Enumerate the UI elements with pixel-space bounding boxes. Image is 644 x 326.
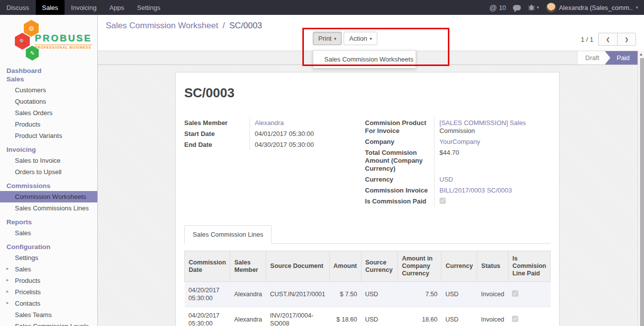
pager-previous-button[interactable]: ❮ (598, 33, 617, 46)
sidebar-item-products[interactable]: Products (0, 119, 97, 130)
field-label-end-date: End Date (184, 139, 250, 150)
sidebar-section-sales[interactable]: Sales (0, 74, 97, 84)
sidebar-item-commission-worksheets[interactable]: Commission Worksheets (0, 191, 97, 202)
top-menu-sales[interactable]: Sales (36, 0, 65, 15)
field-value-company[interactable]: YourCompany (439, 138, 480, 145)
sidebar-item-config-sales[interactable]: ▸Sales (0, 263, 97, 275)
sidebar-item-reports-sales[interactable]: Sales (0, 227, 97, 239)
menu-item-sales-commission-worksheets[interactable]: Sales Commission Worksheets (313, 53, 416, 66)
sidebar-item-sales-commissions-lines[interactable]: Sales Commissions Lines (0, 202, 97, 214)
top-menu-apps[interactable]: Apps (103, 0, 131, 15)
table-row[interactable]: 04/20/2017 05:30:00 Alexandra CUST.IN/20… (185, 282, 551, 307)
top-menu-discuss[interactable]: Discuss (0, 0, 36, 15)
col-header-source-document[interactable]: Source Document (266, 251, 329, 282)
col-header-amount-company-currency[interactable]: Amount in Company Currency (398, 251, 441, 282)
commission-product-wrap: Commission (439, 127, 551, 135)
vertical-scrollbar[interactable]: ▲ (638, 51, 644, 326)
sidebar-item-config-products[interactable]: ▸Products (0, 275, 97, 286)
sidebar-item-sales-orders[interactable]: Sales Orders (0, 107, 97, 119)
expand-caret-icon: ▸ (6, 300, 9, 305)
expand-caret-icon: ▸ (6, 277, 9, 282)
cell-amount-company: 7.50 (398, 282, 441, 307)
scrollbar-thumb[interactable] (640, 58, 644, 326)
sidebar-item-orders-to-upsell[interactable]: Orders to Upsell (0, 166, 97, 178)
record-title: SC/0003 (184, 85, 551, 101)
col-header-is-commission-line-paid[interactable]: Is Commision Line Paid (508, 251, 550, 282)
commission-lines-table: Commission Date Sales Member Source Docu… (184, 251, 551, 326)
mention-icon: @ (489, 3, 497, 12)
top-menu: Discuss Sales Invoicing Apps Settings (0, 0, 167, 15)
is-commission-paid-checkbox[interactable] (439, 197, 445, 203)
field-label-company: Company (365, 136, 434, 147)
field-label-total-commission: Total Commision Amount (Company Currency… (365, 147, 434, 174)
app-window: { "topbar": { "items": ["Discuss", "Sale… (0, 0, 644, 326)
mentions-counter[interactable]: @ 10 (489, 3, 506, 12)
col-header-status[interactable]: Status (477, 251, 508, 282)
tab-sales-commission-lines[interactable]: Sales Commission Lines (184, 225, 272, 244)
field-value-sales-member[interactable]: Alexandra (255, 119, 284, 127)
field-label-sales-member: Sales Member (184, 118, 250, 129)
sidebar-item-quotations[interactable]: Quotations (0, 96, 97, 107)
col-header-source-currency[interactable]: Source Currency (361, 251, 398, 282)
sidebar-item-settings[interactable]: Settings (0, 252, 97, 263)
field-label-commission-invoice: Commission Invoice (365, 185, 434, 196)
sidebar-item-config-pricelists[interactable]: ▸Pricelists (0, 286, 97, 298)
scroll-up-arrow-icon[interactable]: ▲ (638, 51, 644, 58)
top-navbar: Discuss Sales Invoicing Apps Settings @ … (0, 0, 644, 15)
cell-sales-member: Alexandra (230, 307, 266, 326)
field-value-total-commission: $44.70 (434, 147, 551, 174)
caret-down-icon: ▾ (369, 36, 372, 41)
cell-source-document: INV/2017/0004-SO008 (266, 307, 329, 326)
user-menu[interactable]: Alexandra (Sales_comm.. ▾ (546, 2, 638, 12)
sidebar-item-config-contacts[interactable]: ▸Contacts (0, 298, 97, 309)
field-value-currency[interactable]: USD (439, 176, 453, 183)
line-paid-checkbox[interactable] (512, 316, 518, 322)
mention-count: 10 (499, 4, 506, 11)
field-value-commission-invoice[interactable]: BILL/2017/0003 SC/0003 (439, 187, 512, 194)
cell-amount: $ 7.50 (329, 282, 361, 307)
field-groups: Sales Member Alexandra Start Date 04/01/… (184, 118, 551, 207)
sidebar-section-reports[interactable]: Reports (0, 217, 97, 227)
cell-commission-date: 04/20/2017 05:30:00 (185, 282, 230, 307)
breadcrumb-parent-link[interactable]: Sales Commission Worksheet (106, 21, 218, 30)
cell-line-paid (508, 307, 550, 326)
status-stage-draft[interactable]: Draft (577, 51, 610, 65)
col-header-amount[interactable]: Amount (329, 251, 361, 282)
sidebar-item-product-variants[interactable]: Product Variants (0, 130, 97, 141)
toolbar: Print ▾ Sales Commission Worksheets Acti… (313, 32, 377, 45)
notebook-tabs: Sales Commission Lines (184, 225, 551, 244)
company-logo: ⚙ 🔍 ✎ PROBUSE PROFESSIONAL BUSINESS (0, 15, 97, 62)
sidebar-item-customers[interactable]: Customers (0, 84, 97, 96)
action-button[interactable]: Action ▾ (344, 32, 377, 45)
commission-product-link[interactable]: [SALES COMMISSION] Sales (439, 119, 526, 127)
col-header-sales-member[interactable]: Sales Member (230, 251, 266, 282)
print-button[interactable]: Print ▾ (313, 32, 342, 45)
breadcrumb-separator: / (220, 21, 227, 30)
chat-icon[interactable] (513, 5, 521, 10)
sidebar-item-sales-to-invoice[interactable]: Sales to Invoice (0, 155, 97, 166)
form-view-background: SC/0003 Sales Member Alexandra Start Dat… (98, 65, 644, 326)
main-area: Sales Commission Worksheet / SC/0003 Pri… (98, 15, 644, 326)
top-menu-settings[interactable]: Settings (131, 0, 167, 15)
table-row[interactable]: 04/20/2017 05:30:00 Alexandra INV/2017/0… (185, 307, 551, 326)
sidebar-section-configuration[interactable]: Configuration (0, 242, 97, 252)
debug-menu[interactable]: ▾ (528, 4, 539, 11)
pager: 1 / 1 ❮ ❯ (581, 33, 636, 46)
cell-source-currency: USD (361, 282, 398, 307)
topbar-systray: @ 10 ▾ Alexandra (Sales_comm.. ▾ (489, 0, 644, 15)
sidebar-section-commissions[interactable]: Commissions (0, 181, 97, 191)
logo-subtitle: PROFESSIONAL BUSINESS (35, 45, 92, 49)
col-header-currency[interactable]: Currency (441, 251, 477, 282)
pager-next-button[interactable]: ❯ (617, 33, 636, 46)
sidebar-item-sales-teams[interactable]: Sales Teams (0, 309, 97, 321)
sidebar-item-sales-commission-levels[interactable]: Sales Commission Levels (0, 321, 97, 326)
line-paid-checkbox[interactable] (512, 290, 518, 296)
top-menu-invoicing[interactable]: Invoicing (65, 0, 103, 15)
col-header-commission-date[interactable]: Commission Date (185, 251, 230, 282)
cell-amount: $ 18.60 (329, 307, 361, 326)
sidebar-section-invoicing[interactable]: Invoicing (0, 144, 97, 155)
cell-source-document: CUST.IN/2017/0001 (266, 282, 329, 307)
main-wrapper: ⚙ 🔍 ✎ PROBUSE PROFESSIONAL BUSINESS Dash… (0, 15, 644, 326)
logo-hex-search-icon: 🔍 (15, 33, 30, 50)
bug-icon (528, 4, 535, 11)
